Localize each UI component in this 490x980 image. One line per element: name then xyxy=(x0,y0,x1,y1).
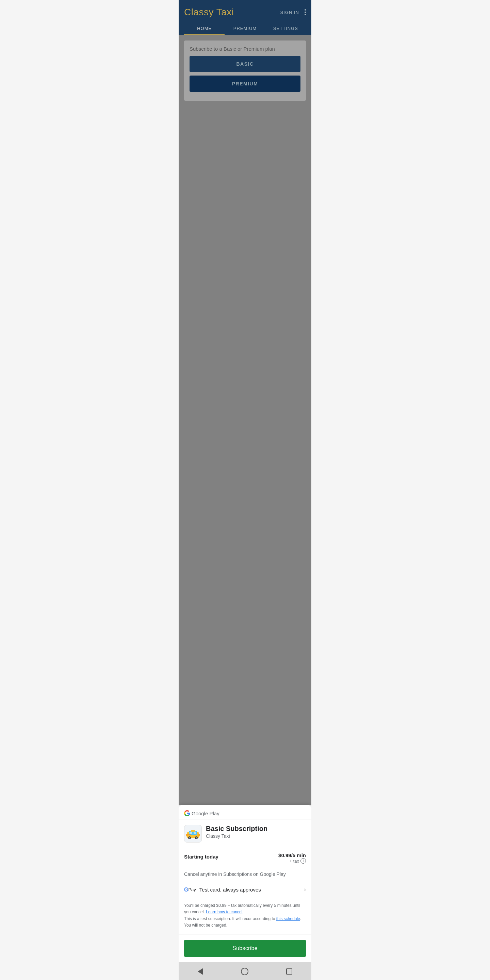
gpay-logo: GPay xyxy=(184,887,196,893)
svg-point-7 xyxy=(189,837,190,838)
learn-cancel-link[interactable]: Learn how to cancel xyxy=(206,910,242,914)
google-play-sheet: Google Play Basic Subscription C xyxy=(179,805,311,962)
home-button[interactable] xyxy=(238,966,251,977)
back-button[interactable] xyxy=(195,967,206,976)
tab-settings[interactable]: SETTINGS xyxy=(266,22,306,35)
schedule-link[interactable]: this schedule xyxy=(276,916,300,921)
google-g-icon xyxy=(184,810,190,816)
chevron-right-icon: › xyxy=(304,886,306,893)
price-tax: + tax i xyxy=(278,858,306,864)
svg-rect-5 xyxy=(198,834,200,837)
app-content: Subscribe to a Basic or Premium plan BAS… xyxy=(179,35,311,805)
subscription-app-name: Classy Taxi xyxy=(206,833,306,839)
more-vertical-icon[interactable] xyxy=(305,9,306,15)
subscribe-prompt: Subscribe to a Basic or Premium plan xyxy=(189,46,301,52)
svg-rect-10 xyxy=(191,830,195,832)
app-header: Classy Taxi SIGN IN HOME PREMIUM SETTING… xyxy=(179,0,311,35)
google-play-header: Google Play xyxy=(179,805,311,819)
pricing-row: Starting today $0.99/5 min + tax i xyxy=(179,848,311,868)
app-title: Classy Taxi xyxy=(184,7,234,18)
back-icon xyxy=(198,968,203,975)
tab-premium[interactable]: PREMIUM xyxy=(224,22,265,35)
payment-row[interactable]: GPay Test card, always approves › xyxy=(179,881,311,898)
test-sub-text: This is a test subscription. It will rec… xyxy=(184,916,276,921)
google-play-label: Google Play xyxy=(192,811,220,816)
header-actions: SIGN IN xyxy=(280,9,306,15)
subscribe-section: Subscribe xyxy=(179,934,311,962)
google-play-logo: Google Play xyxy=(184,810,306,816)
subscription-info: Basic Subscription Classy Taxi xyxy=(179,819,311,848)
recents-icon xyxy=(286,969,292,975)
svg-rect-2 xyxy=(189,832,192,834)
price-main: $0.99/5 min xyxy=(278,853,306,858)
price-area: $0.99/5 min + tax i xyxy=(278,853,306,864)
payment-left: GPay Test card, always approves xyxy=(184,887,261,893)
recents-button[interactable] xyxy=(283,967,295,976)
app-icon xyxy=(184,825,202,843)
starting-today-label: Starting today xyxy=(184,854,218,859)
tab-home[interactable]: HOME xyxy=(184,22,224,35)
header-top: Classy Taxi SIGN IN xyxy=(184,7,306,22)
sign-in-button[interactable]: SIGN IN xyxy=(280,10,299,15)
basic-plan-button[interactable]: BASIC xyxy=(189,56,301,72)
cancel-note: Cancel anytime in Subscriptions on Googl… xyxy=(179,868,311,881)
home-icon xyxy=(241,968,248,975)
tax-info-icon[interactable]: i xyxy=(301,858,306,864)
taxi-icon-svg xyxy=(186,828,200,839)
svg-rect-3 xyxy=(194,832,196,834)
svg-point-9 xyxy=(196,837,197,838)
svg-rect-11 xyxy=(188,834,191,835)
subscription-card: Subscribe to a Basic or Premium plan BAS… xyxy=(184,40,306,101)
subscription-details: Basic Subscription Classy Taxi xyxy=(206,825,306,839)
android-nav-bar xyxy=(179,962,311,980)
subscription-title: Basic Subscription xyxy=(206,825,306,833)
payment-method-text: Test card, always approves xyxy=(199,887,261,892)
premium-plan-button[interactable]: PREMIUM xyxy=(189,76,301,92)
subscribe-button[interactable]: Subscribe xyxy=(184,940,306,957)
disclaimer: You'll be charged $0.99 + tax automatica… xyxy=(179,898,311,934)
nav-tabs: HOME PREMIUM SETTINGS xyxy=(184,22,306,35)
